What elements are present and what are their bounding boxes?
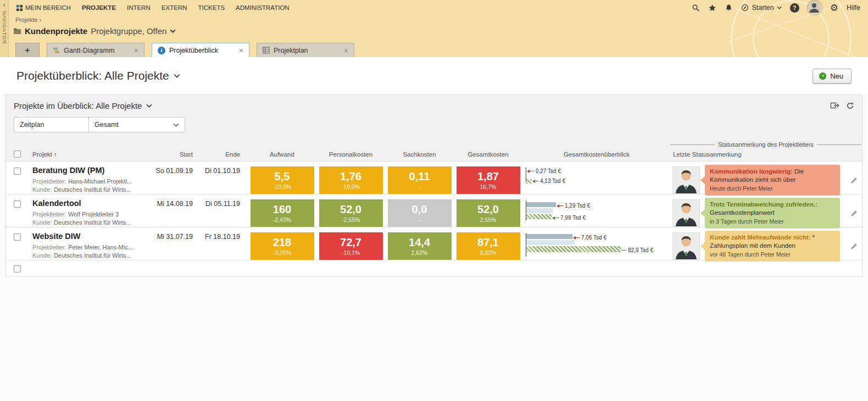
col-header-sachkosten[interactable]: Sachkosten [385,151,454,158]
breadcrumb-separator: › [39,16,41,23]
kpi-delta: – [418,183,421,190]
over-budget-label: 1,29 Tsd € [565,203,590,209]
projektleiter-label: Projektleiter: [32,244,66,250]
plan-bar [526,214,552,219]
tab-projektueberblick[interactable]: i Projektüberblick × [152,43,249,57]
col-header-projekt[interactable]: Projekt ↑ [30,151,150,158]
nav-item-administration[interactable]: ADMINISTRATION [236,4,290,11]
navigator-strip[interactable]: › NAVIGATOR [0,0,9,57]
nav-item-extern[interactable]: EXTERN [162,4,187,11]
page-title-chevron-icon[interactable] [174,74,180,78]
notifications-bell-icon[interactable] [725,4,733,12]
kpi-sachkosten: 0,0– [388,199,452,227]
kpi-delta: -10,1% [342,249,360,256]
kpi-personalkosten: 72,7-10,1% [319,232,383,260]
panel-title-chevron-icon[interactable] [146,104,152,108]
start-date: So 01.09.19 [150,161,201,199]
projektleiter-label: Projektleiter: [32,211,66,218]
favorites-star-icon[interactable] [708,4,716,12]
search-icon[interactable] [692,4,700,12]
nav-item-tickets[interactable]: TICKETS [198,4,225,11]
edit-status-icon[interactable] [850,209,858,218]
kunde-label: Kunde: [32,219,52,226]
nav-item-intern[interactable]: INTERN [127,4,151,11]
col-header-start[interactable]: Start [150,151,201,158]
tab-label: Projektplan [274,47,308,54]
close-tab-icon[interactable]: × [134,47,138,54]
plan-bar [526,246,621,252]
kpi-value: 218 [273,236,291,248]
kunde-value: Deutsches Institut für Wirts... [54,252,131,259]
starten-menu[interactable]: Starten [741,4,781,12]
row-checkbox[interactable] [14,200,21,208]
over-budget-label: 7,06 Tsd € [581,235,607,241]
kpi-value: 72,7 [340,236,361,248]
footer-checkbox[interactable] [14,265,21,272]
kpi-delta: -10,0% [273,183,291,190]
panel-title: Projekte im Überblick: Alle Projekte [14,101,142,110]
close-tab-icon[interactable]: × [239,47,243,54]
context-title[interactable]: Kundenprojekte [25,26,87,36]
col-header-gesamtkostenueberblick[interactable]: Gesamtkostenüberblick [522,151,671,158]
select-all-checkbox[interactable] [14,151,21,158]
edit-status-icon[interactable] [850,242,858,250]
kunde-label: Kunde: [32,186,52,193]
project-name-link[interactable]: Beratung DIW (PM) [32,166,148,175]
kpi-value: 14,4 [409,236,430,248]
col-header-aufwand[interactable]: Aufwand [248,151,316,158]
row-checkbox[interactable] [14,233,21,241]
help-question-icon[interactable]: ? [790,3,799,13]
bubble-arrow [700,209,705,217]
settings-gear-icon[interactable]: ⚙ [830,3,838,13]
navigator-expand-icon[interactable]: › [3,2,5,8]
hilfe-link[interactable]: Hilfe [847,4,860,12]
col-header-ende[interactable]: Ende [201,151,248,158]
project-cell: Website DIW Projektleiter:Peter Meier, H… [30,227,150,265]
project-cell: Beratung DIW (PM) Projektleiter:Hans-Mic… [30,161,150,199]
project-name-link[interactable]: Website DIW [32,232,148,241]
kpi-value: 87,1 [477,236,499,248]
col-header-gesamtkosten[interactable]: Gesamtkosten [454,151,522,158]
project-name-link[interactable]: Kalendertool [32,199,148,208]
plus-icon: + [25,45,30,56]
tab-gantt-diagramm[interactable]: Gantt-Diagramm × [47,43,144,57]
new-button-label: Neu [830,72,843,80]
col-header-personalkosten[interactable]: Personalkosten [316,151,385,158]
export-icon[interactable] [830,101,839,110]
status-title: Kommunikation langwierig: [710,168,793,175]
nav-label: INTERN [127,4,151,11]
edit-status-icon[interactable] [850,176,858,185]
projects-table: Statusanmerkung des Projektleiters Proje… [6,139,862,276]
close-tab-icon[interactable]: × [344,47,348,54]
panel-header: Projekte im Überblick: Alle Projekte [6,95,862,113]
breadcrumb-projekte-link[interactable]: Projekte [15,16,37,23]
app-header: › NAVIGATOR MEIN BEREICH PROJEKTE INTERN… [0,0,868,57]
project-leader-avatar [673,233,699,259]
zeitplan-select[interactable]: Zeitplan [14,117,88,132]
nav-label: TICKETS [198,4,225,11]
user-avatar[interactable] [808,1,822,15]
gesamt-select[interactable]: Gesamt [88,117,185,132]
nav-label: EXTERN [162,4,187,11]
col-header-letzte-statusanmerkung[interactable]: Letzte Statusanmerkung [671,151,844,158]
plan-marker: 82,9 Tsd € [621,247,653,253]
context-chevron-down-icon[interactable] [170,29,176,33]
kpi-sachkosten: 0,11– [388,166,452,194]
project-leader-avatar [673,200,699,226]
tab-projektplan[interactable]: Projektplan × [257,43,354,57]
nav-item-projekte[interactable]: PROJEKTE [82,4,116,11]
table-row: Kalendertool Projektleiter:Wolf Projektl… [6,194,862,227]
status-meta: vor 48 Tagen durch Peter Meier [710,251,835,259]
kpi-value: 160 [273,203,291,215]
kpi-gesamtkosten: 87,18,82% [457,232,520,260]
refresh-icon[interactable] [846,101,854,110]
kpi-aufwand: 5,5-10,0% [251,166,314,194]
nav-item-mein-bereich[interactable]: MEIN BEREICH [16,4,71,11]
project-cell: Kalendertool Projektleiter:Wolf Projektl… [30,194,150,232]
new-button[interactable]: Neu [813,69,852,83]
kunde-value: Deutsches Institut für Wirts... [54,186,131,193]
add-tab-button[interactable]: + [15,43,40,57]
kpi-value: 1,87 [477,170,499,182]
kpi-delta: -10,0% [342,183,360,190]
row-checkbox[interactable] [14,168,21,175]
